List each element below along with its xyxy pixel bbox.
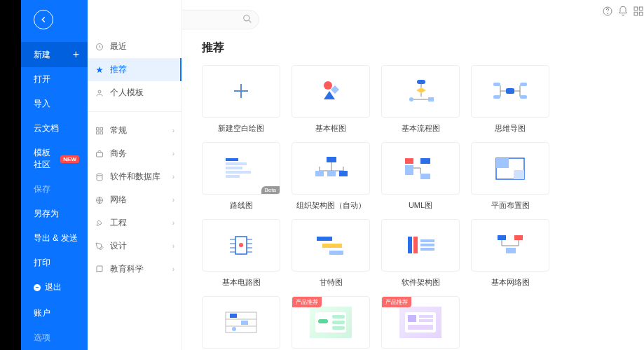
card-thumbnail <box>471 142 549 195</box>
category-item[interactable]: 个人模板 <box>88 81 181 104</box>
category-item[interactable]: 商务› <box>88 142 181 165</box>
briefcase-icon <box>95 149 104 159</box>
person-icon <box>95 88 104 98</box>
svg-rect-64 <box>408 315 416 322</box>
sidebar-menu-item[interactable]: −退出 <box>21 275 88 300</box>
svg-rect-34 <box>405 158 413 164</box>
svg-rect-3 <box>100 127 103 130</box>
sidebar-footer-item[interactable]: 账户 <box>21 301 88 326</box>
template-card[interactable]: 基本框图 <box>292 65 370 134</box>
menu-label: 另存为 <box>34 208 59 220</box>
menu-label: 保存 <box>34 183 50 195</box>
menu-label: 账户 <box>34 307 50 319</box>
wrench-icon <box>95 218 104 228</box>
category-label: 商务 <box>110 148 127 160</box>
template-card[interactable]: 产品推荐协同设计Pixso <box>381 296 460 350</box>
category-label: 最近 <box>110 41 127 52</box>
svg-rect-44 <box>322 244 342 248</box>
category-item[interactable]: 软件和数据库› <box>88 165 181 188</box>
template-card[interactable]: Beta路线图 <box>202 142 280 211</box>
menu-label: 打开 <box>34 74 50 85</box>
template-card[interactable]: 泳道图 <box>202 296 280 350</box>
svg-rect-56 <box>241 321 248 325</box>
svg-rect-4 <box>97 132 100 134</box>
category-item[interactable]: 常规› <box>88 119 181 142</box>
sidebar-menu-item[interactable]: 保存 <box>21 177 88 202</box>
card-thumbnail <box>381 142 460 195</box>
category-label: 教育科学 <box>110 263 144 275</box>
menu-label: 模板社区 <box>34 147 57 171</box>
sidebar-footer-item[interactable]: 选项 <box>21 326 88 350</box>
sidebar-menu-item[interactable]: 云文档 <box>21 116 88 141</box>
category-item[interactable]: 教育科学› <box>88 258 181 281</box>
clock-icon <box>95 42 104 52</box>
template-card[interactable]: 基本电路图 <box>202 219 280 288</box>
template-card[interactable]: 基本流程图 <box>381 65 460 134</box>
chevron-right-icon: › <box>172 150 174 158</box>
notification-icon[interactable] <box>617 6 629 19</box>
sidebar-menu-item[interactable]: 导出 & 发送 <box>21 226 88 251</box>
category-label: 常规 <box>110 125 127 136</box>
template-card[interactable]: 新建空白绘图 <box>202 65 280 134</box>
svg-point-1 <box>98 90 101 93</box>
menu-label: 导出 & 发送 <box>34 232 78 244</box>
svg-rect-66 <box>419 319 433 322</box>
svg-rect-50 <box>420 248 434 251</box>
svg-rect-60 <box>332 315 345 318</box>
svg-rect-33 <box>339 171 348 176</box>
svg-rect-23 <box>520 83 527 86</box>
svg-rect-25 <box>226 158 238 161</box>
template-card[interactable]: 产品推荐专业思维导图MindMas... <box>292 296 370 350</box>
svg-rect-2 <box>97 127 100 130</box>
grid-icon[interactable] <box>633 6 644 19</box>
new-badge: NEW <box>60 155 79 163</box>
card-thumbnail <box>381 65 460 118</box>
card-thumbnail: 产品推荐 <box>381 296 460 349</box>
chevron-right-icon: › <box>172 196 174 204</box>
back-button[interactable] <box>34 10 53 29</box>
sidebar-menu-item[interactable]: 打印 <box>21 251 88 275</box>
help-icon[interactable] <box>602 6 613 19</box>
category-item[interactable]: 推荐 <box>88 58 181 81</box>
sidebar-menu-item[interactable]: 导入 <box>21 92 88 116</box>
card-thumbnail <box>471 65 549 118</box>
template-card[interactable]: 甘特图 <box>292 219 370 288</box>
svg-rect-61 <box>332 321 345 324</box>
svg-rect-45 <box>329 251 343 255</box>
section-title-recommend: 推荐 <box>202 41 630 55</box>
template-card[interactable]: 平面布置图 <box>471 142 549 211</box>
svg-rect-21 <box>493 83 500 86</box>
sidebar-menu-item[interactable]: 新建+ <box>21 42 88 67</box>
category-item[interactable]: 最近 <box>88 35 181 58</box>
sidebar-menu-item[interactable]: 另存为 <box>21 202 88 226</box>
template-card[interactable]: 思维导图 <box>471 65 549 134</box>
svg-point-42 <box>239 243 243 247</box>
category-item[interactable]: 设计› <box>88 234 181 258</box>
category-label: 推荐 <box>110 64 127 76</box>
svg-rect-22 <box>493 95 500 99</box>
template-card[interactable]: 软件架构图 <box>381 219 460 288</box>
card-thumbnail <box>202 65 280 118</box>
svg-rect-30 <box>327 157 336 162</box>
sidebar-menu-item[interactable]: 打开 <box>21 67 88 92</box>
svg-rect-40 <box>514 170 524 179</box>
svg-rect-36 <box>420 174 430 179</box>
top-right-icons <box>602 6 644 19</box>
svg-rect-24 <box>520 95 527 99</box>
category-item[interactable]: 网络› <box>88 188 181 211</box>
svg-rect-28 <box>226 171 251 174</box>
card-thumbnail <box>471 219 549 272</box>
card-label: 平面布置图 <box>471 200 549 211</box>
template-card[interactable]: UML图 <box>381 142 460 211</box>
category-item[interactable]: 工程› <box>88 211 181 234</box>
card-thumbnail <box>202 296 280 349</box>
category-label: 网络 <box>110 194 127 206</box>
template-card[interactable]: 组织架构图（自动） <box>292 142 370 211</box>
card-label: 基本网络图 <box>471 277 549 288</box>
svg-rect-6 <box>97 152 103 157</box>
recommend-badge: 产品推荐 <box>382 297 411 307</box>
svg-rect-12 <box>634 7 638 10</box>
card-label: UML图 <box>381 200 460 211</box>
template-card[interactable]: 基本网络图 <box>471 219 549 288</box>
sidebar-menu-item[interactable]: 模板社区NEW <box>21 141 88 177</box>
